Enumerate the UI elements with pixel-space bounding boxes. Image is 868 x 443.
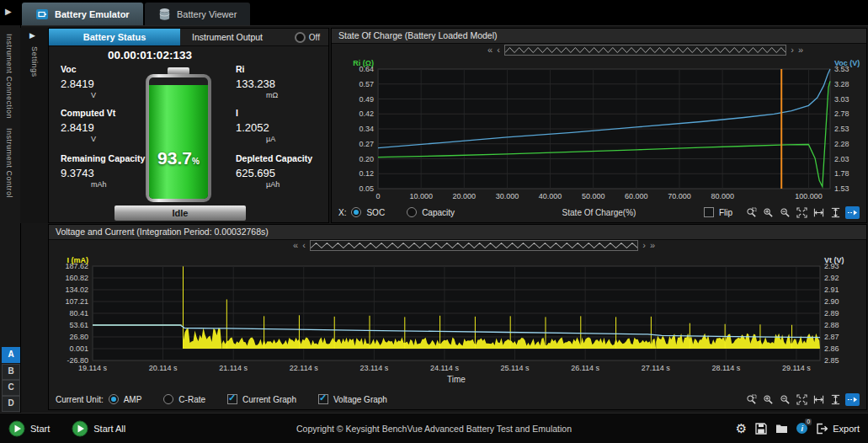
fit-horizontal-icon[interactable]	[812, 206, 826, 219]
vi-controls: Current Unit: AMP C-Rate Current Graph V…	[56, 392, 860, 407]
range-preview[interactable]	[504, 45, 786, 56]
start-all-button[interactable]: Start All	[72, 420, 125, 437]
range-preview[interactable]	[310, 240, 638, 251]
info-icon[interactable]: i 0	[796, 423, 807, 434]
amp-radio-label[interactable]: AMP	[124, 395, 142, 404]
svg-text:100.000: 100.000	[795, 192, 823, 200]
tracking-cursor-icon[interactable]	[845, 206, 860, 219]
svg-text:25.114 s: 25.114 s	[501, 364, 530, 372]
c-rate-radio-label[interactable]: C-Rate	[178, 395, 205, 404]
svg-text:2.88: 2.88	[824, 321, 839, 329]
start-label: Start	[30, 424, 50, 434]
svg-text:10.000: 10.000	[409, 192, 433, 200]
fit-vertical-icon[interactable]	[828, 206, 843, 219]
left-rail: Instrument Connection Instrument Control…	[0, 25, 21, 413]
settings-expand-icon[interactable]: ▶	[29, 31, 35, 40]
svg-text:28.114 s: 28.114 s	[711, 364, 740, 372]
battery-body: 93.7%	[146, 74, 211, 202]
tab-battery-viewer[interactable]: Battery Viewer	[145, 3, 250, 25]
battery-viewer-icon	[158, 8, 171, 21]
current-graph-checkbox[interactable]	[227, 394, 237, 404]
zoom-fit-icon[interactable]	[795, 206, 809, 219]
capacity-radio[interactable]	[407, 207, 417, 217]
svg-text:27.114 s: 27.114 s	[642, 364, 670, 372]
zoom-out-icon[interactable]	[778, 393, 792, 406]
zoom-selection-icon[interactable]	[744, 393, 759, 406]
start-all-label: Start All	[93, 424, 125, 434]
svg-text:2.89: 2.89	[824, 309, 839, 318]
fit-vertical-icon[interactable]	[828, 393, 843, 406]
folder-icon[interactable]	[775, 423, 788, 434]
instrument-output-toggle[interactable]: Off	[295, 32, 320, 43]
footer-bar: Start Start All Copyright © Keysight Ben…	[0, 413, 868, 443]
battery-status-tab[interactable]: Battery Status	[49, 29, 180, 45]
amp-radio[interactable]	[109, 394, 119, 404]
tracking-cursor-icon[interactable]	[845, 393, 860, 406]
scroll-left-fast-icon[interactable]: «	[293, 241, 298, 250]
expand-panel-icon[interactable]: ▶	[5, 7, 12, 16]
soc-chart[interactable]: 010.00020.00030.00040.00050.00060.00070.…	[332, 56, 868, 207]
channel-a-button[interactable]: A	[2, 347, 20, 363]
play-icon	[8, 420, 25, 437]
capacity-radio-label[interactable]: Capacity	[422, 208, 455, 217]
sidebar-item-instrument-control[interactable]: Instrument Control	[5, 128, 13, 198]
scroll-right-fast-icon[interactable]: »	[650, 241, 655, 250]
scroll-right-icon[interactable]: ›	[642, 241, 646, 250]
tab-battery-emulator[interactable]: Battery Emulator	[22, 3, 143, 25]
start-button[interactable]: Start	[8, 420, 50, 437]
svg-text:0.34: 0.34	[359, 125, 374, 133]
svg-text:2.03: 2.03	[834, 155, 849, 163]
zoom-selection-icon[interactable]	[744, 206, 759, 219]
scroll-left-fast-icon[interactable]: «	[487, 45, 493, 55]
channel-b-button[interactable]: B	[2, 364, 20, 380]
current-graph-label[interactable]: Current Graph	[242, 395, 296, 404]
svg-text:Ri (Ω): Ri (Ω)	[353, 59, 374, 67]
fit-horizontal-icon[interactable]	[812, 393, 826, 406]
svg-text:22.114 s: 22.114 s	[290, 364, 318, 372]
metric-label: Depleted Capacity	[236, 153, 337, 163]
zoom-out-icon[interactable]	[778, 206, 792, 219]
metric-depleted-capacity: Depleted Capacity 625.695 µAh	[236, 153, 337, 189]
gear-icon[interactable]: ⚙	[736, 422, 747, 435]
svg-text:21.114 s: 21.114 s	[219, 364, 248, 372]
soc-chart-toolbar	[744, 206, 860, 219]
flip-checkbox[interactable]	[704, 207, 714, 217]
voltage-graph-checkbox[interactable]	[318, 394, 328, 404]
output-state-text: Off	[309, 33, 320, 42]
svg-text:80.000: 80.000	[711, 192, 734, 200]
metric-unit: mΩ	[266, 91, 337, 99]
state-badge[interactable]: Idle	[114, 205, 246, 221]
soc-radio-label[interactable]: SOC	[366, 208, 385, 217]
channel-c-button[interactable]: C	[2, 380, 20, 396]
svg-text:Vt (V): Vt (V)	[824, 256, 844, 264]
sidebar-item-instrument-connection[interactable]: Instrument Connection	[5, 34, 13, 119]
flip-label[interactable]: Flip	[719, 208, 732, 217]
svg-text:30.000: 30.000	[496, 192, 519, 200]
battery-status-panel: Battery Status Instrument Output Off 00.…	[48, 28, 329, 223]
scroll-right-fast-icon[interactable]: »	[798, 45, 803, 55]
scroll-right-icon[interactable]: ›	[791, 45, 794, 55]
metric-value: 133.238	[236, 77, 337, 90]
svg-text:134.02: 134.02	[65, 286, 88, 294]
zoom-in-icon[interactable]	[761, 393, 775, 406]
info-badge: 0	[805, 419, 812, 425]
vi-panel-title: Voltage and Current (Integration Period:…	[49, 225, 866, 240]
zoom-fit-icon[interactable]	[795, 393, 809, 406]
svg-text:0.57: 0.57	[359, 80, 374, 88]
soc-radio[interactable]	[351, 207, 361, 217]
vi-chart[interactable]: 19.114 s20.114 s21.114 s22.114 s23.114 s…	[49, 251, 868, 386]
output-state-icon	[295, 32, 306, 43]
svg-text:107.21: 107.21	[65, 297, 88, 306]
zoom-in-icon[interactable]	[761, 206, 775, 219]
scroll-left-icon[interactable]: ‹	[302, 241, 306, 250]
svg-text:2.28: 2.28	[834, 140, 849, 148]
sidebar-item-settings[interactable]: Settings	[30, 46, 39, 77]
svg-text:20.114 s: 20.114 s	[149, 364, 178, 372]
export-button[interactable]: Export	[816, 423, 860, 435]
save-icon[interactable]	[755, 423, 767, 435]
voltage-graph-label[interactable]: Voltage Graph	[333, 395, 387, 404]
svg-text:-26.80: -26.80	[67, 356, 88, 365]
c-rate-radio[interactable]	[163, 394, 173, 404]
channel-d-button[interactable]: D	[2, 396, 20, 412]
scroll-left-icon[interactable]: ‹	[497, 45, 500, 55]
